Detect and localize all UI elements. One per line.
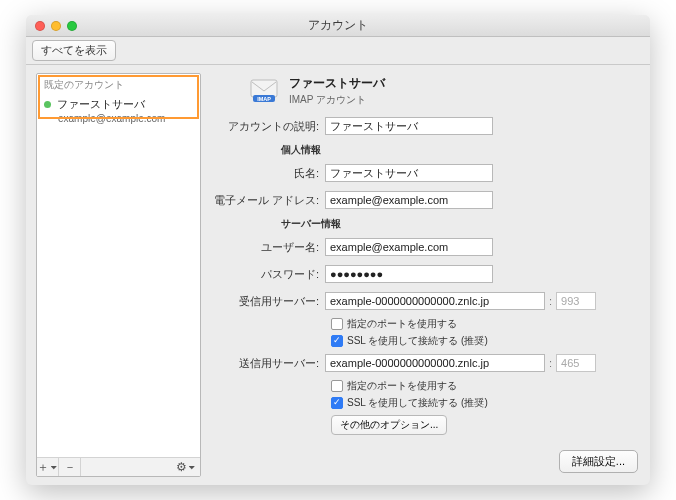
- gear-menu-button[interactable]: ⚙⏷: [172, 460, 200, 474]
- sidebar-footer: ＋⏷ － ⚙⏷: [37, 457, 200, 476]
- label-password: パスワード:: [209, 267, 325, 282]
- label-user: ユーザー名:: [209, 240, 325, 255]
- description-input[interactable]: [325, 117, 493, 135]
- section-server: サーバー情報: [281, 217, 640, 231]
- port-separator: :: [549, 295, 552, 307]
- svg-text:IMAP: IMAP: [257, 96, 271, 102]
- add-account-button[interactable]: ＋⏷: [37, 458, 59, 476]
- svg-rect-0: [251, 80, 277, 97]
- account-email: example@example.com: [44, 113, 193, 124]
- section-personal: 個人情報: [281, 143, 640, 157]
- account-subtitle: IMAP アカウント: [289, 93, 385, 107]
- incoming-server-input[interactable]: [325, 292, 545, 310]
- remove-account-button[interactable]: －: [59, 458, 81, 476]
- status-dot-icon: [44, 101, 51, 108]
- advanced-settings-button[interactable]: 詳細設定...: [559, 450, 638, 473]
- incoming-ssl-checkbox[interactable]: [331, 335, 343, 347]
- accounts-sidebar: 既定のアカウント ファーストサーバ example@example.com ＋⏷…: [36, 73, 201, 477]
- incoming-default-port-checkbox[interactable]: [331, 318, 343, 330]
- window-title: アカウント: [26, 17, 650, 34]
- label-incoming: 受信用サーバー:: [209, 294, 325, 309]
- outgoing-ssl-checkbox[interactable]: [331, 397, 343, 409]
- outgoing-port: 465: [556, 354, 596, 372]
- outgoing-server-input[interactable]: [325, 354, 545, 372]
- label-name: 氏名:: [209, 166, 325, 181]
- label-default-port-in: 指定のポートを使用する: [347, 317, 457, 331]
- label-description: アカウントの説明:: [209, 119, 325, 134]
- label-outgoing: 送信用サーバー:: [209, 356, 325, 371]
- incoming-port: 993: [556, 292, 596, 310]
- preferences-window: アカウント すべてを表示 既定のアカウント ファーストサーバ example@e…: [26, 15, 650, 485]
- label-ssl-out: SSL を使用して接続する (推奨): [347, 396, 488, 410]
- label-email: 電子メール アドレス:: [209, 193, 325, 208]
- sidebar-header: 既定のアカウント: [37, 74, 200, 94]
- password-input[interactable]: [325, 265, 493, 283]
- outgoing-default-port-checkbox[interactable]: [331, 380, 343, 392]
- gear-icon: ⚙: [176, 460, 187, 474]
- account-title: ファーストサーバ: [289, 75, 385, 92]
- label-ssl-in: SSL を使用して接続する (推奨): [347, 334, 488, 348]
- more-options-button[interactable]: その他のオプション...: [331, 415, 447, 435]
- titlebar: アカウント: [26, 15, 650, 37]
- account-details: IMAP ファーストサーバ IMAP アカウント アカウントの説明: 個人情報 …: [209, 73, 640, 477]
- show-all-button[interactable]: すべてを表示: [32, 40, 116, 61]
- accounts-list: ファーストサーバ example@example.com: [37, 94, 200, 457]
- email-input[interactable]: [325, 191, 493, 209]
- toolbar: すべてを表示: [26, 37, 650, 65]
- name-input[interactable]: [325, 164, 493, 182]
- account-item[interactable]: ファーストサーバ example@example.com: [37, 94, 200, 130]
- username-input[interactable]: [325, 238, 493, 256]
- mail-imap-icon: IMAP: [249, 79, 279, 103]
- label-default-port-out: 指定のポートを使用する: [347, 379, 457, 393]
- port-separator-2: :: [549, 357, 552, 369]
- account-name: ファーストサーバ: [57, 97, 145, 112]
